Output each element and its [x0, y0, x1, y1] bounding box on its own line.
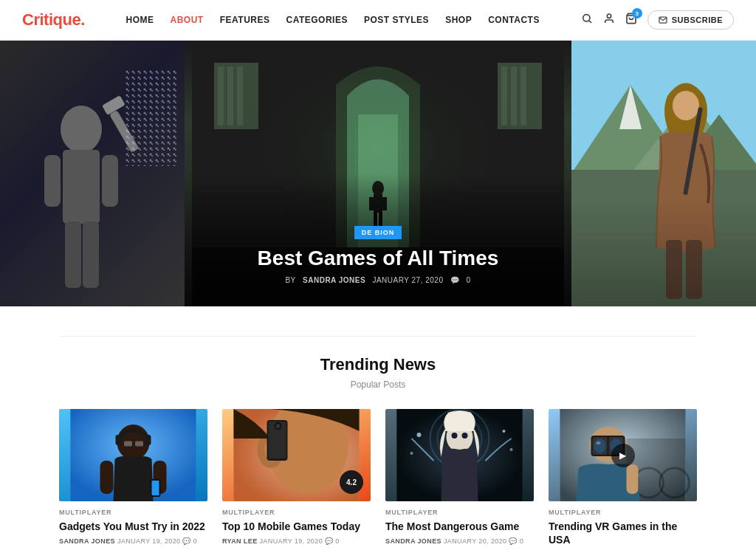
card-3-comments: 💬 0 [509, 537, 523, 545]
svg-rect-93 [627, 464, 639, 494]
card-2-category: MULTIPLAYER [222, 509, 371, 516]
svg-rect-6 [44, 155, 61, 207]
svg-point-77 [503, 430, 506, 433]
card-3-date: JANUARY 20, 2020 [444, 537, 507, 545]
card-2-meta: RYAN LEE JANUARY 19, 2020 💬 0 [222, 537, 371, 545]
hero-main-panel[interactable]: DE BION Best Games of All Times BY SANDR… [185, 41, 571, 306]
svg-point-75 [462, 433, 468, 439]
cart-count: 3 [632, 8, 642, 18]
logo[interactable]: Critique. [22, 10, 85, 30]
card-4[interactable]: ▶ MULTIPLAYER Trending VR Games in the U… [549, 409, 697, 550]
card-2-rating: 4.2 [340, 470, 363, 494]
svg-rect-53 [124, 441, 133, 447]
card-1-date: JANUARY 19, 2020 [117, 537, 181, 545]
svg-point-89 [594, 439, 606, 453]
subscribe-button[interactable]: SUBSCRIBE [647, 10, 734, 30]
svg-point-2 [607, 14, 611, 18]
nav-post-styles[interactable]: POST STYLES [364, 15, 429, 25]
nav-features[interactable]: FEATURES [220, 15, 270, 25]
svg-rect-52 [145, 435, 151, 445]
nav-categories[interactable]: CATEGORIES [286, 15, 347, 25]
card-1[interactable]: MULTIPLAYER Gadgets You Must Try in 2022… [59, 409, 207, 550]
svg-point-74 [452, 433, 458, 439]
hero-by: BY [285, 276, 295, 284]
svg-point-91 [597, 441, 601, 444]
card-4-play-button[interactable]: ▶ [611, 444, 635, 467]
svg-rect-56 [100, 461, 114, 494]
cards-grid: MULTIPLAYER Gadgets You Must Try in 2022… [59, 409, 697, 550]
user-icon[interactable] [603, 13, 615, 27]
svg-rect-9 [83, 221, 99, 288]
svg-point-68 [276, 424, 281, 428]
logo-text: Critique [22, 10, 80, 29]
svg-rect-51 [116, 435, 122, 445]
hero-slider: DE BION Best Games of All Times BY SANDR… [0, 41, 756, 306]
svg-rect-8 [65, 221, 81, 288]
card-1-category: MULTIPLAYER [59, 509, 207, 516]
card-3-category: MULTIPLAYER [385, 509, 534, 516]
card-2-image: 4.2 [222, 409, 371, 501]
svg-point-0 [583, 15, 589, 21]
svg-rect-54 [135, 441, 144, 447]
svg-rect-7 [102, 155, 118, 207]
card-1-meta: SANDRA JONES JANUARY 19, 2020 💬 0 [59, 537, 207, 545]
card-3-meta: SANDRA JONES JANUARY 20, 2020 💬 0 [385, 537, 534, 545]
header-icons: 3 SUBSCRIBE [581, 10, 734, 30]
card-2-title: Top 10 Mobile Games Today [222, 520, 371, 533]
header: Critique. HOME ABOUT FEATURES CATEGORIES… [0, 0, 756, 41]
card-1-image [59, 409, 207, 501]
hero-meta: BY SANDRA JONES JANUARY 27, 2020 💬 0 [283, 276, 472, 284]
card-3-image [385, 409, 534, 501]
trending-title: Trending News [59, 355, 697, 374]
card-1-title: Gadgets You Must Try in 2022 [59, 520, 207, 533]
main-nav: HOME ABOUT FEATURES CATEGORIES POST STYL… [126, 15, 540, 25]
cart-icon[interactable]: 3 [625, 13, 637, 27]
svg-rect-13 [126, 70, 177, 166]
svg-rect-5 [63, 150, 100, 224]
card-3-author: SANDRA JONES [385, 537, 441, 545]
nav-contacts[interactable]: CONTACTS [488, 15, 540, 25]
hero-comments: 0 [467, 276, 471, 284]
hero-title: Best Games of All Times [258, 247, 499, 270]
card-2-comments: 💬 0 [325, 537, 340, 545]
card-4-image: ▶ [549, 409, 697, 501]
hero-overlay: DE BION Best Games of All Times BY SANDR… [185, 41, 571, 306]
svg-rect-47 [571, 41, 756, 306]
hero-right-panel[interactable] [571, 41, 756, 306]
trending-section: Trending News Popular Posts [0, 306, 756, 550]
nav-about[interactable]: ABOUT [171, 15, 204, 25]
card-2[interactable]: 4.2 MULTIPLAYER Top 10 Mobile Games Toda… [222, 409, 371, 550]
hero-left-panel[interactable] [0, 41, 185, 306]
card-2-date: JANUARY 19, 2020 [259, 537, 323, 545]
card-4-category: MULTIPLAYER [549, 509, 697, 516]
card-3-title: The Most Dangerous Game [385, 520, 534, 533]
nav-home[interactable]: HOME [126, 15, 154, 25]
card-1-comments: 💬 0 [182, 537, 197, 545]
nav-shop[interactable]: SHOP [445, 15, 472, 25]
hero-author: SANDRA JONES [303, 276, 365, 284]
svg-rect-59 [152, 481, 159, 495]
svg-line-1 [589, 21, 591, 23]
svg-point-76 [417, 433, 422, 437]
card-3[interactable]: MULTIPLAYER The Most Dangerous Game SAND… [385, 409, 534, 550]
subscribe-label: SUBSCRIBE [672, 16, 723, 24]
hero-date: JANUARY 27, 2020 [372, 276, 443, 284]
svg-point-78 [510, 448, 513, 451]
search-icon[interactable] [581, 13, 593, 27]
card-1-author: SANDRA JONES [59, 537, 115, 545]
svg-point-4 [61, 106, 102, 153]
card-2-author: RYAN LEE [222, 537, 258, 545]
trending-header: Trending News Popular Posts [59, 336, 697, 391]
svg-point-79 [410, 452, 413, 455]
hero-comments-icon: 💬 [450, 276, 460, 284]
card-4-title: Trending VR Games in the USA [549, 520, 697, 546]
hero-category-badge: DE BION [354, 226, 402, 239]
trending-subtitle: Popular Posts [351, 379, 406, 390]
trending-divider [59, 336, 697, 337]
